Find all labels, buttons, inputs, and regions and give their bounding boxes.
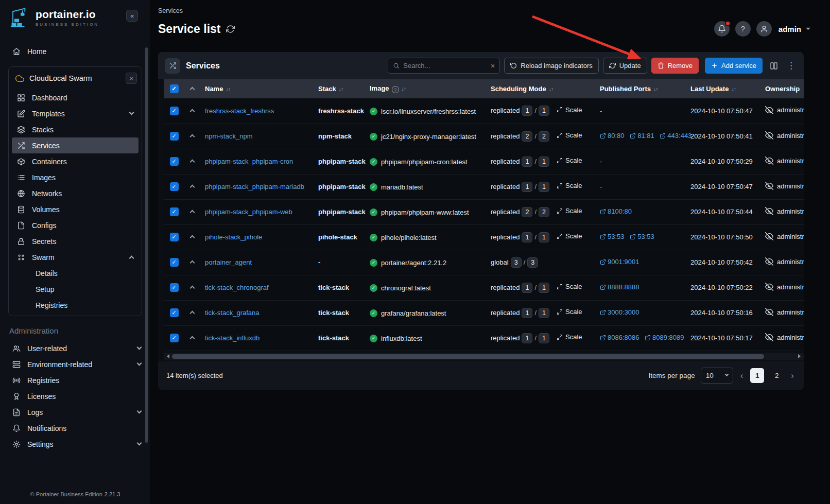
items-per-page-select[interactable]: 10 [701, 368, 733, 384]
sidebar-item-user-related[interactable]: User-related [0, 340, 150, 356]
service-name-link[interactable]: tick-stack_grafana [205, 309, 260, 317]
published-port-link[interactable]: 81:81 [630, 132, 654, 140]
published-port-link[interactable]: 3000:3000 [600, 308, 639, 316]
sidebar-scrollbar[interactable] [145, 47, 148, 443]
sidebar-item-templates[interactable]: Templates [12, 106, 139, 121]
horizontal-scrollbar[interactable] [164, 353, 804, 360]
service-name-link[interactable]: pihole-stack_pihole [205, 233, 262, 241]
row-checkbox[interactable]: ✓ [170, 157, 179, 166]
prev-page-button[interactable]: ‹ [739, 371, 745, 381]
header-published-ports[interactable]: Published Ports↓↑ [595, 79, 685, 98]
user-menu[interactable]: admin [779, 25, 801, 33]
chevron-up-icon[interactable] [189, 185, 195, 190]
row-checkbox[interactable]: ✓ [170, 132, 179, 141]
scrollbar-thumb[interactable] [172, 354, 764, 359]
scale-link[interactable]: Scale [557, 182, 582, 189]
chevron-up-icon[interactable] [189, 210, 195, 215]
scale-link[interactable]: Scale [557, 232, 582, 240]
service-name-link[interactable]: tick-stack_influxdb [205, 334, 260, 342]
row-checkbox[interactable]: ✓ [170, 308, 179, 317]
sidebar-item-images[interactable]: Images [12, 169, 139, 185]
sort-icon[interactable]: ↓↑ [653, 86, 658, 92]
service-name-link[interactable]: freshrss-stack_freshrss [205, 107, 274, 115]
chevron-up-icon[interactable] [189, 109, 195, 114]
service-name-link[interactable]: npm-stack_npm [205, 132, 252, 140]
user-avatar[interactable] [756, 21, 772, 37]
chevron-up-icon[interactable] [189, 134, 195, 140]
more-options-icon[interactable]: ⋮ [785, 60, 797, 71]
scale-link[interactable]: Scale [557, 106, 582, 114]
chevron-up-icon[interactable] [189, 160, 195, 165]
reload-image-indicators-button[interactable]: Reload image indicators [504, 58, 598, 74]
sidebar-item-services[interactable]: Services [12, 137, 139, 153]
row-checkbox[interactable]: ✓ [170, 334, 179, 342]
sidebar-item-volumes[interactable]: Volumes [12, 201, 139, 217]
scale-link[interactable]: Scale [557, 157, 582, 164]
add-service-button[interactable]: Add service [705, 58, 763, 74]
sort-icon[interactable]: ↓↑ [549, 86, 554, 92]
sidebar-item-logs[interactable]: Logs [0, 404, 150, 420]
environment-header[interactable]: CloudLocal Swarm × [9, 67, 142, 90]
chevron-up-icon[interactable] [189, 235, 195, 240]
environment-close-button[interactable]: × [126, 73, 137, 84]
remove-button[interactable]: Remove [651, 58, 699, 74]
service-name-link[interactable]: phpipam-stack_phpipam-mariadb [205, 183, 304, 190]
published-port-link[interactable]: 8089:8089 [645, 334, 684, 341]
sidebar-collapse-button[interactable]: « [126, 10, 138, 22]
sort-icon[interactable]: ↓↑ [339, 86, 343, 92]
service-name-link[interactable]: phpipam-stack_phpipam-web [205, 208, 292, 216]
sidebar-item-stacks[interactable]: Stacks [12, 121, 139, 137]
page-1-button[interactable]: 1 [750, 368, 764, 383]
header-stack[interactable]: Stack↓↑ [313, 79, 365, 98]
search-input[interactable] [403, 62, 487, 69]
row-checkbox[interactable]: ✓ [170, 233, 179, 241]
header-ownership[interactable]: Ownership [760, 79, 804, 98]
scale-link[interactable]: Scale [557, 283, 582, 290]
scale-link[interactable]: Scale [557, 333, 582, 341]
sidebar-item-configs[interactable]: Configs [12, 217, 139, 233]
row-checkbox[interactable]: ✓ [170, 207, 179, 216]
sort-icon[interactable]: ↓↑ [226, 86, 230, 92]
sidebar-item-licenses[interactable]: Licenses [0, 388, 150, 404]
row-checkbox[interactable]: ✓ [170, 258, 179, 267]
scroll-right-icon[interactable] [796, 353, 803, 360]
sidebar-item-home[interactable]: Home [0, 43, 150, 59]
chevron-up-icon[interactable] [189, 311, 195, 316]
page-2-button[interactable]: 2 [770, 368, 784, 383]
sidebar-item-swarm-details[interactable]: Details [9, 265, 142, 281]
service-name-link[interactable]: tick-stack_chronograf [205, 284, 269, 291]
update-button[interactable]: Update [603, 58, 647, 74]
header-scheduling-mode[interactable]: Scheduling Mode↓↑ [486, 79, 595, 98]
sidebar-item-containers[interactable]: Containers [12, 153, 139, 169]
scale-link[interactable]: Scale [557, 207, 582, 215]
header-last-update[interactable]: Last Update↓↑ [685, 79, 760, 98]
published-port-link[interactable]: 53:53 [630, 233, 654, 240]
header-image[interactable]: Image?↓↑ [365, 79, 486, 98]
select-all-checkbox[interactable]: ✓ [170, 84, 179, 93]
chevron-down-icon[interactable] [806, 26, 810, 29]
scale-link[interactable]: Scale [557, 308, 582, 316]
row-checkbox[interactable]: ✓ [170, 283, 179, 292]
row-checkbox[interactable]: ✓ [170, 107, 179, 115]
sidebar-item-networks[interactable]: Networks [12, 185, 139, 201]
published-port-link[interactable]: 9001:9001 [600, 258, 639, 266]
service-name-link[interactable]: portainer_agent [205, 258, 252, 266]
sidebar-item-environment-related[interactable]: Environment-related [0, 356, 150, 372]
sort-icon[interactable]: ↓↑ [731, 86, 736, 92]
next-page-button[interactable]: › [789, 371, 796, 381]
chevron-up-icon[interactable] [189, 260, 195, 266]
sidebar-item-notifications[interactable]: Notifications [0, 420, 150, 436]
published-port-link[interactable]: 8100:80 [600, 207, 632, 215]
chevron-up-icon[interactable] [189, 286, 195, 291]
sort-icon[interactable]: ↓↑ [402, 85, 406, 92]
sidebar-item-registries[interactable]: Registries [0, 372, 150, 388]
chevron-up-icon[interactable] [189, 336, 195, 341]
published-port-link[interactable]: 8086:8086 [600, 334, 639, 341]
sidebar-item-swarm[interactable]: Swarm [12, 249, 139, 265]
published-port-link[interactable]: 8888:8888 [600, 283, 639, 291]
sidebar-item-secrets[interactable]: Secrets [12, 233, 139, 249]
header-name[interactable]: Name↓↑ [200, 79, 313, 98]
sidebar-item-swarm-setup[interactable]: Setup [9, 281, 142, 297]
breadcrumb[interactable]: Services [158, 7, 830, 14]
scale-link[interactable]: Scale [557, 131, 582, 139]
